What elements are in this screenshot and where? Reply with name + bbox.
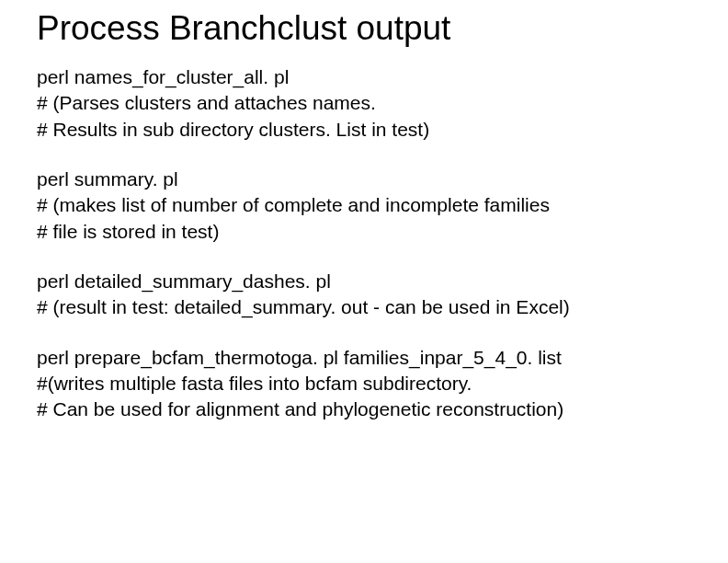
code-line: # Results in sub directory clusters. Lis… [37,117,691,143]
command-block-1: perl names_for_cluster_all. pl # (Parses… [37,64,691,143]
code-line: #(writes multiple fasta files into bcfam… [37,371,691,396]
command-block-3: perl detailed_summary_dashes. pl # (resu… [37,269,691,321]
slide-content: Process Branchclust output perl names_fo… [0,0,728,442]
slide-title: Process Branchclust output [37,9,691,48]
code-line: # (makes list of number of complete and … [37,192,691,218]
code-line: perl detailed_summary_dashes. pl [37,269,691,294]
command-block-2: perl summary. pl # (makes list of number… [37,167,691,245]
code-line: # (Parses clusters and attaches names. [37,90,691,116]
code-line: perl prepare_bcfam_thermotoga. pl famili… [37,345,691,371]
code-line: # file is stored in test) [37,219,691,245]
code-line: # (result in test: detailed_summary. out… [37,294,691,320]
code-line: # Can be used for alignment and phylogen… [37,396,691,422]
code-line: perl summary. pl [37,167,691,192]
code-line: perl names_for_cluster_all. pl [37,64,691,90]
command-block-4: perl prepare_bcfam_thermotoga. pl famili… [37,345,691,423]
